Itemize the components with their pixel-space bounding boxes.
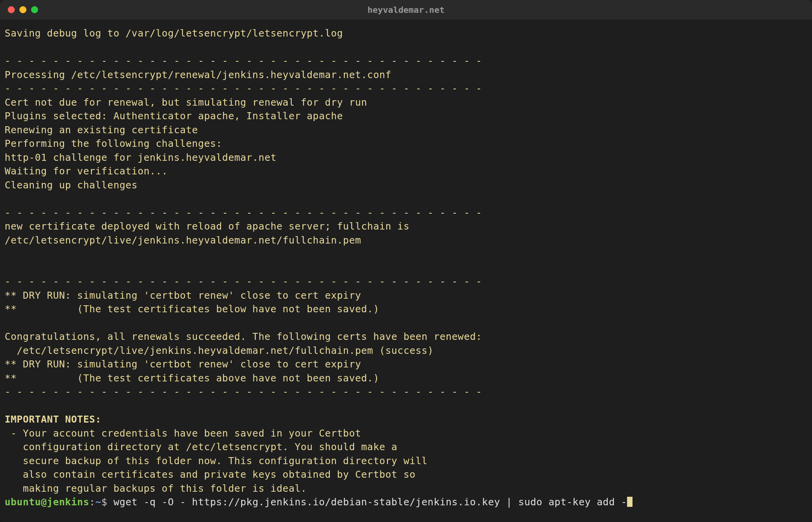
terminal-line: new certificate deployed with reload of … [5, 221, 409, 232]
important-notes-header: IMPORTANT NOTES: [5, 414, 101, 425]
terminal-line: - Your account credentials have been sav… [5, 428, 361, 439]
terminal-body[interactable]: Saving debug log to /var/log/letsencrypt… [0, 19, 812, 522]
terminal-line: ** DRY RUN: simulating 'certbot renew' c… [5, 290, 361, 301]
terminal-line: http-01 challenge for jenkins.heyvaldema… [5, 152, 277, 163]
traffic-lights [8, 6, 38, 13]
terminal-line: Renewing an existing certificate [5, 124, 198, 136]
window-titlebar: heyvaldemar.net [0, 0, 812, 19]
terminal-line: - - - - - - - - - - - - - - - - - - - - … [5, 83, 482, 94]
terminal-line: ** (The test certificates below have not… [5, 303, 379, 315]
terminal-line: Cleaning up challenges [5, 179, 138, 191]
terminal-line: Plugins selected: Authenticator apache, … [5, 110, 343, 122]
terminal-line: making regular backups of this folder is… [5, 483, 307, 494]
close-button[interactable] [8, 6, 15, 13]
terminal-line: /etc/letsencrypt/live/jenkins.heyvaldema… [5, 345, 434, 356]
prompt-user-host: ubuntu@jenkins [5, 496, 89, 508]
terminal-line: Cert not due for renewal, but simulating… [5, 97, 367, 108]
command-input[interactable]: wget -q -O - https://pkg.jenkins.io/debi… [107, 496, 627, 508]
terminal-line: /etc/letsencrypt/live/jenkins.heyvaldema… [5, 235, 361, 246]
terminal-line: secure backup of this folder now. This c… [5, 455, 428, 466]
terminal-line: Performing the following challenges: [5, 138, 222, 149]
terminal-line: - - - - - - - - - - - - - - - - - - - - … [5, 386, 482, 397]
terminal-line: ** DRY RUN: simulating 'certbot renew' c… [5, 358, 361, 370]
terminal-line: Congratulations, all renewals succeeded.… [5, 331, 482, 342]
terminal-line: ** (The test certificates above have not… [5, 372, 379, 384]
cursor [627, 497, 633, 507]
prompt-symbol: $ [101, 496, 108, 508]
prompt-path: ~ [95, 496, 101, 508]
window-title: heyvaldemar.net [368, 5, 445, 15]
minimize-button[interactable] [19, 6, 26, 13]
terminal-line: configuration directory at /etc/letsencr… [5, 441, 397, 452]
zoom-button[interactable] [31, 6, 38, 13]
terminal-line: Processing /etc/letsencrypt/renewal/jenk… [5, 69, 391, 80]
prompt-colon: : [89, 496, 96, 508]
terminal-line: - - - - - - - - - - - - - - - - - - - - … [5, 276, 482, 287]
terminal-window: heyvaldemar.net Saving debug log to /var… [0, 0, 812, 522]
terminal-line: - - - - - - - - - - - - - - - - - - - - … [5, 55, 482, 66]
terminal-line: Saving debug log to /var/log/letsencrypt… [5, 28, 343, 39]
terminal-line: Waiting for verification... [5, 165, 168, 177]
terminal-line: - - - - - - - - - - - - - - - - - - - - … [5, 207, 482, 218]
prompt-line: ubuntu@jenkins:~$ wget -q -O - https://p… [5, 496, 633, 508]
terminal-line: also contain certificates and private ke… [5, 469, 416, 480]
